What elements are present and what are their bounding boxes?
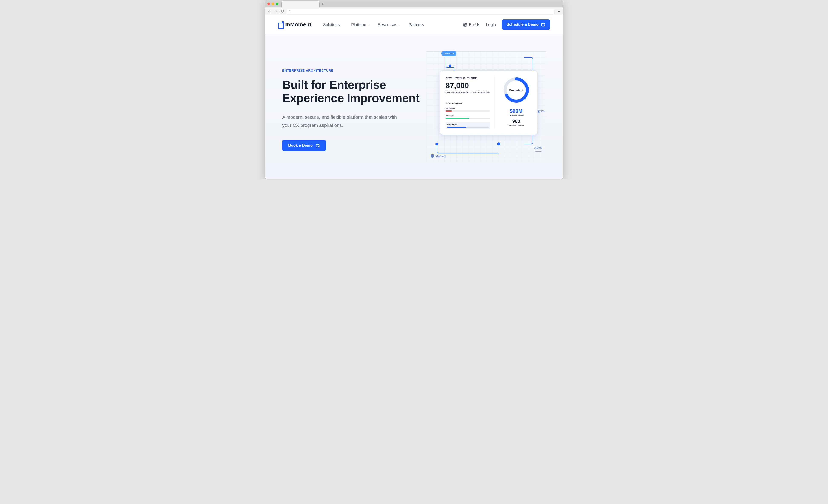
hero-subhead: A modern, secure, and flexible platform … — [282, 113, 402, 129]
browser-tab[interactable] — [281, 1, 320, 7]
donut-label: Promoters — [502, 76, 530, 104]
maximize-window-icon[interactable] — [276, 3, 279, 5]
connector-node — [436, 143, 438, 145]
svg-point-3 — [544, 25, 544, 26]
browser-menu-button[interactable]: ⋯ — [556, 9, 561, 14]
book-demo-label: Book a Demo — [288, 143, 313, 148]
brand-name: InMoment — [285, 21, 312, 28]
site-header: InMoment Solutions⌄ Platform⌄ Resources⌄… — [265, 15, 563, 34]
book-demo-button[interactable]: Book a Demo — [282, 140, 326, 151]
revenue-subtext: PROMOTER IDENTIFIED WITH INTENT TO PURCH… — [446, 91, 490, 97]
aws-smile-icon — [534, 150, 542, 152]
new-tab-button[interactable]: + — [320, 1, 326, 7]
hero-section: ENTERPRISE ARCHITECTURE Built for Enterp… — [265, 34, 563, 179]
metric-revenue-available: $96M Revenue Available — [509, 108, 524, 116]
hero-inner: ENTERPRISE ARCHITECTURE Built for Enterp… — [265, 47, 563, 162]
brand-logo[interactable]: InMoment — [278, 21, 312, 28]
salesforce-badge: salesforce — [442, 51, 456, 56]
url-bar[interactable] — [287, 8, 554, 14]
segment-promoters: Promoters — [446, 122, 490, 129]
login-link[interactable]: Login — [486, 23, 496, 27]
revenue-value: 87,000 — [446, 81, 490, 90]
dashboard-left: New Revenue Potential 87,000 PROMOTER ID… — [446, 76, 495, 129]
segment-passives: Passives — [446, 115, 490, 119]
forward-button[interactable] — [274, 9, 278, 13]
hero-eyebrow: ENTERPRISE ARCHITECTURE — [282, 69, 420, 72]
hero-headline: Built for Enterprise Experience Improvem… — [282, 78, 420, 105]
page-content: InMoment Solutions⌄ Platform⌄ Resources⌄… — [265, 15, 563, 179]
schedule-demo-label: Schedule a Demo — [507, 23, 539, 27]
segment-detractors: Detractors — [446, 107, 490, 112]
schedule-demo-button[interactable]: Schedule a Demo — [502, 19, 550, 30]
nav-solutions[interactable]: Solutions⌄ — [323, 23, 343, 27]
close-window-icon[interactable] — [267, 3, 270, 5]
dashboard-card: New Revenue Potential 87,000 PROMOTER ID… — [440, 71, 538, 135]
locale-switcher[interactable]: En-Us — [463, 23, 480, 27]
chevron-down-icon: ⌄ — [399, 24, 400, 26]
connector-line — [437, 144, 498, 154]
globe-icon — [463, 23, 467, 27]
browser-chrome: + ⋯ — [265, 0, 563, 15]
connector-node — [497, 142, 500, 145]
logo-mark-icon — [278, 22, 283, 28]
svg-point-5 — [319, 146, 319, 147]
browser-tab-strip: + — [265, 0, 563, 7]
calendar-icon — [541, 23, 545, 27]
nav-resources[interactable]: Resources⌄ — [378, 23, 400, 27]
aws-badge: aws — [534, 145, 542, 152]
site-header-left: InMoment Solutions⌄ Platform⌄ Resources⌄… — [278, 21, 424, 28]
site-header-right: En-Us Login Schedule a Demo — [463, 19, 550, 30]
segment-title: Customer Segment — [446, 102, 490, 104]
hero-illustration: salesforce Marketo aws Google Analytics — [426, 47, 546, 162]
dashboard-right: Promoters $96M Revenue Available 960 Cus… — [495, 76, 533, 129]
browser-toolbar: ⋯ — [265, 7, 563, 15]
browser-window: + ⋯ InMoment — [265, 0, 563, 179]
hero-text: ENTERPRISE ARCHITECTURE Built for Enterp… — [282, 58, 420, 151]
chevron-down-icon: ⌄ — [341, 24, 343, 26]
back-button[interactable] — [267, 9, 272, 13]
metric-customer-records: 960 Customer Records — [508, 119, 524, 126]
locale-label: En-Us — [469, 23, 480, 27]
svg-point-0 — [289, 10, 290, 12]
revenue-title: New Revenue Potential — [446, 76, 490, 80]
minimize-window-icon[interactable] — [272, 3, 274, 5]
chevron-down-icon: ⌄ — [368, 24, 369, 26]
main-nav: Solutions⌄ Platform⌄ Resources⌄ Partners — [323, 23, 424, 27]
search-icon — [288, 10, 291, 12]
connector-node — [449, 65, 451, 67]
marketo-badge: Marketo — [431, 154, 446, 158]
nav-partners[interactable]: Partners — [409, 23, 424, 27]
calendar-icon — [316, 143, 320, 148]
marketo-icon — [431, 154, 434, 158]
reload-button[interactable] — [280, 9, 284, 13]
nav-platform[interactable]: Platform⌄ — [351, 23, 369, 27]
window-controls — [267, 3, 279, 5]
promoters-donut-chart: Promoters — [502, 76, 530, 104]
